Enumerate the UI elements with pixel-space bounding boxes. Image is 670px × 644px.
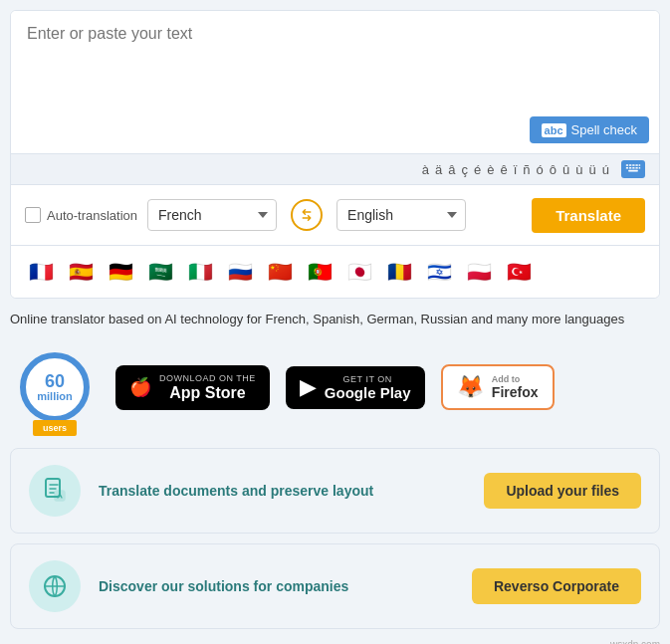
document-translation-card: Translate documents and preserve layout …	[10, 448, 660, 534]
keyboard-icon[interactable]	[621, 160, 645, 178]
target-language-select[interactable]: English French Spanish German	[336, 199, 466, 231]
svg-rect-1	[629, 164, 631, 166]
svg-rect-8	[635, 167, 637, 169]
badge-inner: 60 million	[20, 352, 90, 422]
flag-french[interactable]: 🇫🇷	[25, 256, 57, 288]
char-a-uml[interactable]: ä	[435, 162, 442, 177]
svg-rect-4	[639, 164, 641, 166]
flag-german[interactable]: 🇩🇪	[105, 256, 136, 288]
firefox-icon: 🦊	[457, 374, 484, 400]
google-play-name: Google Play	[325, 384, 411, 401]
watermark: wsxdn.com	[10, 639, 660, 644]
flag-chinese[interactable]: 🇨🇳	[264, 256, 296, 288]
special-chars-bar: à ä â ç é è ê ï ñ ó ô û ù ü ú	[11, 153, 659, 184]
flag-russian[interactable]: 🇷🇺	[224, 256, 256, 288]
app-store-button[interactable]: 🍎 Download on the App Store	[115, 365, 270, 410]
svg-rect-7	[632, 167, 634, 169]
language-flags-row: 🇫🇷 🇪🇸 🇩🇪 🇸🇦 🇮🇹 🇷🇺 🇨🇳 🇵🇹 🇯🇵 🇷🇴 🇮🇱 🇵🇱 🇹🇷	[11, 245, 659, 298]
user-count-badge: 60 million users	[10, 342, 100, 432]
flag-portuguese[interactable]: 🇵🇹	[304, 256, 335, 288]
char-a-circ[interactable]: â	[448, 162, 455, 177]
apple-icon: 🍎	[129, 376, 151, 398]
flag-spanish[interactable]: 🇪🇸	[65, 256, 97, 288]
tagline-text: Online translator based on AI technology…	[10, 311, 660, 328]
char-a-grave[interactable]: à	[422, 162, 429, 177]
badge-number: 60	[45, 372, 65, 390]
document-translation-text: Translate documents and preserve layout	[99, 483, 466, 499]
char-u-acute[interactable]: ú	[602, 162, 609, 177]
auto-translation-checkbox[interactable]	[25, 207, 41, 223]
flag-hebrew[interactable]: 🇮🇱	[423, 256, 455, 288]
svg-rect-9	[639, 167, 641, 169]
char-u-uml[interactable]: ü	[589, 162, 596, 177]
flag-arabic[interactable]: 🇸🇦	[144, 256, 176, 288]
char-i-uml[interactable]: ï	[514, 162, 518, 177]
char-o-circ[interactable]: ô	[550, 162, 557, 177]
swap-icon	[291, 199, 323, 231]
svg-rect-10	[628, 170, 638, 172]
translate-button[interactable]: Translate	[532, 198, 645, 233]
app-store-text: Download on the App Store	[159, 373, 256, 402]
char-u-grave[interactable]: ù	[575, 162, 582, 177]
text-input-area: abc Spell check	[11, 11, 659, 153]
firefox-sub: Add to	[492, 374, 521, 384]
auto-translation-toggle[interactable]: Auto-translation	[25, 207, 137, 223]
upload-files-button[interactable]: Upload your files	[484, 473, 641, 509]
flag-polish[interactable]: 🇵🇱	[463, 256, 495, 288]
google-play-text: GET IT ON Google Play	[325, 374, 411, 401]
svg-rect-2	[632, 164, 634, 166]
app-store-inner: 🍎 Download on the App Store	[129, 373, 256, 402]
swap-languages-button[interactable]	[287, 195, 327, 235]
spell-check-button[interactable]: abc Spell check	[530, 116, 649, 143]
svg-rect-0	[626, 164, 628, 166]
source-language-select[interactable]: French English Spanish German	[147, 199, 277, 231]
app-store-name: App Store	[159, 383, 256, 402]
flag-italian[interactable]: 🇮🇹	[184, 256, 216, 288]
svg-rect-3	[635, 164, 637, 166]
google-play-icon: ▶	[300, 374, 317, 400]
spell-check-label: Spell check	[571, 122, 637, 137]
google-play-button[interactable]: ▶ GET IT ON Google Play	[286, 366, 425, 409]
firefox-text: Add to Firefox	[492, 374, 539, 400]
firefox-button[interactable]: 🦊 Add to Firefox	[441, 364, 555, 410]
badge-ribbon: users	[33, 420, 77, 436]
badge-unit: million	[37, 390, 72, 402]
reverso-corporate-button[interactable]: Reverso Corporate	[472, 568, 641, 604]
firefox-name: Firefox	[492, 384, 539, 400]
char-o-acute[interactable]: ó	[537, 162, 544, 177]
char-c-cedil[interactable]: ç	[462, 162, 469, 177]
char-e-grave[interactable]: è	[487, 162, 494, 177]
corporate-icon	[29, 560, 81, 612]
google-play-sub: GET IT ON	[325, 374, 411, 384]
svg-rect-12	[55, 491, 65, 501]
translation-controls: Auto-translation French English Spanish …	[11, 184, 659, 245]
abc-label: abc	[542, 123, 566, 137]
char-e-acute[interactable]: é	[474, 162, 481, 177]
auto-translation-label: Auto-translation	[47, 208, 137, 223]
svg-rect-5	[626, 167, 628, 169]
char-u-circ[interactable]: û	[562, 162, 569, 177]
char-e-circ[interactable]: ê	[501, 162, 508, 177]
promo-row: 60 million users 🍎 Download on the App S…	[10, 342, 660, 432]
svg-rect-6	[629, 167, 631, 169]
app-store-sub: Download on the	[159, 373, 256, 383]
flag-romanian[interactable]: 🇷🇴	[383, 256, 415, 288]
flag-turkish[interactable]: 🇹🇷	[503, 256, 535, 288]
corporate-solutions-text: Discover our solutions for companies	[99, 578, 454, 594]
document-icon	[29, 465, 81, 517]
corporate-solutions-card: Discover our solutions for companies Rev…	[10, 543, 660, 629]
char-n-tilde[interactable]: ñ	[523, 162, 530, 177]
flag-japanese[interactable]: 🇯🇵	[343, 256, 375, 288]
